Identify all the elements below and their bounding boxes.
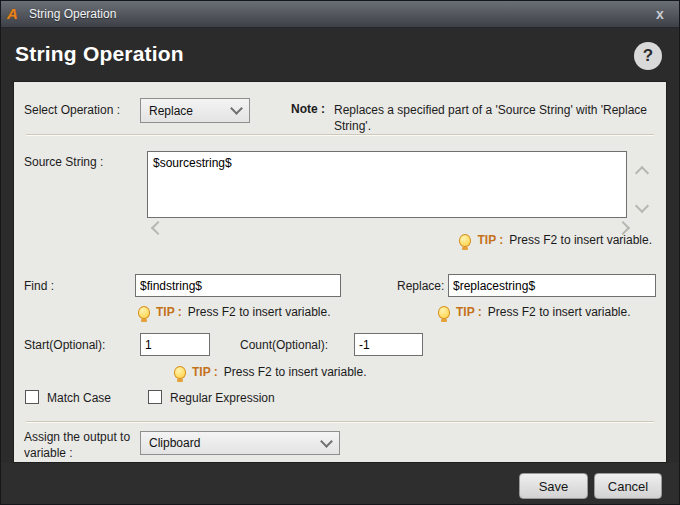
source-string-textarea[interactable]: $sourcestring$ xyxy=(147,151,627,218)
regular-expression-label: Regular Expression xyxy=(170,391,275,405)
chevron-down-icon xyxy=(320,435,333,448)
count-input[interactable] xyxy=(354,333,423,356)
tip-text: Press F2 to insert variable. xyxy=(488,305,631,319)
tip-label: TIP : xyxy=(477,233,503,247)
tip-text: Press F2 to insert variable. xyxy=(509,233,652,247)
lightbulb-icon xyxy=(138,306,150,319)
window-title: String Operation xyxy=(29,7,116,21)
lightbulb-icon xyxy=(459,234,471,247)
save-button[interactable]: Save xyxy=(519,473,588,499)
tip-label: TIP : xyxy=(456,305,482,319)
form-panel: Select Operation : Replace Note : Replac… xyxy=(13,81,667,463)
lightbulb-icon xyxy=(174,366,186,379)
scroll-down-icon[interactable] xyxy=(635,199,649,213)
match-case-label: Match Case xyxy=(47,391,111,405)
assign-output-label: Assign the output to variable : xyxy=(24,429,136,461)
tip-start-count: TIP : Press F2 to insert variable. xyxy=(174,365,367,379)
cancel-button[interactable]: Cancel xyxy=(594,473,662,499)
select-operation-label: Select Operation : xyxy=(24,103,120,117)
scroll-up-icon[interactable] xyxy=(635,166,649,180)
tip-replace: TIP : Press F2 to insert variable. xyxy=(438,305,631,319)
replace-input[interactable] xyxy=(448,274,656,297)
note-text: Replaces a specified part of a 'Source S… xyxy=(334,102,658,134)
select-operation-dropdown[interactable]: Replace xyxy=(140,98,250,123)
replace-label: Replace: xyxy=(397,279,444,293)
regular-expression-checkbox[interactable] xyxy=(148,390,162,404)
select-operation-value: Replace xyxy=(149,104,232,118)
tip-source: TIP : Press F2 to insert variable. xyxy=(459,233,652,247)
tip-text: Press F2 to insert variable. xyxy=(188,305,331,319)
chevron-down-icon xyxy=(230,102,243,115)
tip-find: TIP : Press F2 to insert variable. xyxy=(138,305,331,319)
tip-label: TIP : xyxy=(192,365,218,379)
dialog-header: String Operation ? xyxy=(1,28,679,81)
string-operation-dialog: A String Operation x String Operation ? … xyxy=(0,0,680,505)
count-label: Count(Optional): xyxy=(240,338,328,352)
start-input[interactable] xyxy=(140,333,210,356)
help-icon[interactable]: ? xyxy=(634,42,662,70)
app-logo-icon: A xyxy=(7,6,22,22)
source-string-label: Source String : xyxy=(24,155,103,169)
dialog-footer: Save Cancel xyxy=(1,463,679,505)
find-input[interactable] xyxy=(135,274,341,297)
separator xyxy=(26,421,654,423)
assign-output-dropdown[interactable]: Clipboard xyxy=(140,431,340,455)
match-case-checkbox[interactable] xyxy=(25,390,39,404)
start-label: Start(Optional): xyxy=(24,338,105,352)
scroll-left-icon[interactable] xyxy=(151,221,165,235)
close-icon[interactable]: x xyxy=(651,5,669,23)
find-label: Find : xyxy=(24,279,54,293)
page-title: String Operation xyxy=(15,42,184,66)
separator xyxy=(26,134,654,136)
tip-label: TIP : xyxy=(156,305,182,319)
note-label: Note : xyxy=(291,102,325,116)
tip-text: Press F2 to insert variable. xyxy=(224,365,367,379)
titlebar[interactable]: A String Operation x xyxy=(1,1,679,28)
lightbulb-icon xyxy=(438,306,450,319)
assign-output-value: Clipboard xyxy=(149,436,322,450)
